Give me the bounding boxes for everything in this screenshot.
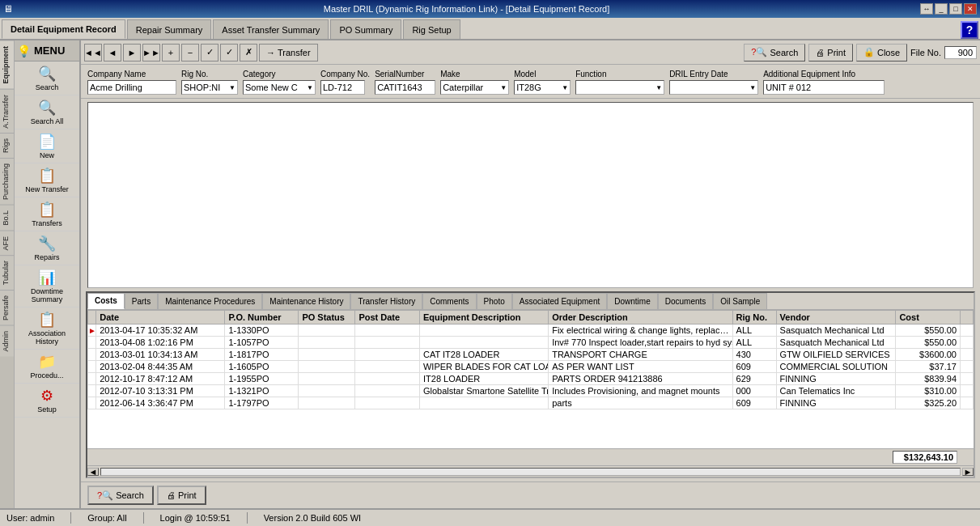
window-controls[interactable]: ↔ _ □ ✕ bbox=[920, 3, 977, 15]
model-select[interactable]: IT28G ▼ bbox=[514, 80, 571, 95]
tab-maint-history[interactable]: Maintenance History bbox=[262, 293, 350, 309]
col-header-status[interactable]: PO Status bbox=[299, 310, 355, 324]
dril-date-select[interactable]: ▼ bbox=[669, 80, 758, 95]
tab-parts[interactable]: Parts bbox=[125, 293, 158, 309]
function-select[interactable]: ▼ bbox=[575, 80, 664, 95]
table-row[interactable]: 2012-07-10 3:13:31 PM 1-1321PO Globalsta… bbox=[88, 384, 974, 397]
addl-info-input[interactable] bbox=[763, 80, 885, 95]
table-row[interactable]: 2012-06-14 3:36:47 PM 1-1797PO parts 609… bbox=[88, 397, 974, 409]
close-toolbar-btn[interactable]: 🔒 Close bbox=[856, 44, 907, 62]
tab-maint-procedures[interactable]: Maintenance Procedures bbox=[158, 293, 262, 309]
category-select[interactable]: Some New C ▼ bbox=[243, 80, 316, 95]
sidebar-item-search[interactable]: 🔍 Search bbox=[15, 62, 79, 95]
col-header-date[interactable]: Date bbox=[96, 310, 225, 324]
nav-prev-btn[interactable]: ◄ bbox=[104, 44, 121, 62]
sidebar-item-downtime[interactable]: 📊 Downtime Summary bbox=[15, 265, 79, 308]
table-row[interactable]: ► 2013-04-17 10:35:32 AM 1-1330PO Fix el… bbox=[88, 324, 974, 336]
sidebar-item-setup[interactable]: ⚙ Setup bbox=[15, 384, 79, 418]
scroll-right-btn[interactable]: ► bbox=[962, 468, 974, 476]
cell-rig: 430 bbox=[732, 348, 776, 360]
cell-equip bbox=[419, 397, 548, 409]
vert-tab-rigs[interactable]: Rigs bbox=[0, 133, 14, 158]
nav-first-btn[interactable]: ◄◄ bbox=[84, 44, 102, 62]
make-select[interactable]: Caterpillar ▼ bbox=[440, 80, 509, 95]
table-row[interactable]: 2013-02-04 8:44:35 AM 1-1605PO WIPER BLA… bbox=[88, 360, 974, 372]
cancel-btn[interactable]: ✗ bbox=[240, 44, 257, 62]
tab-po-summary[interactable]: PO Summary bbox=[330, 19, 401, 39]
vert-tab-purchasing[interactable]: Purchasing bbox=[0, 158, 14, 205]
help-button[interactable]: ? bbox=[961, 21, 978, 39]
sidebar-item-new-transfer[interactable]: 📋 New Transfer bbox=[15, 163, 79, 197]
tab-asset-transfer[interactable]: Asset Transfer Summary bbox=[213, 19, 329, 39]
rig-no-select[interactable]: SHOP:NI ▼ bbox=[181, 80, 238, 95]
vert-tab-bol[interactable]: Bo.L bbox=[0, 205, 14, 231]
bottom-print-btn[interactable]: 🖨 Print bbox=[157, 486, 206, 505]
close-window-btn[interactable]: ✕ bbox=[964, 3, 977, 15]
cell-status bbox=[299, 348, 355, 360]
transfer-btn[interactable]: → Transfer bbox=[259, 44, 318, 62]
cell-date: 2013-03-01 10:34:13 AM bbox=[96, 348, 225, 360]
serial-input[interactable] bbox=[375, 80, 435, 95]
table-row[interactable]: 2013-03-01 10:34:13 AM 1-1817PO CAT IT28… bbox=[88, 348, 974, 360]
search-btn-label: Search bbox=[770, 48, 798, 57]
maximize-btn[interactable]: □ bbox=[949, 3, 962, 15]
col-header-equip[interactable]: Equipment Description bbox=[419, 310, 548, 324]
tab-photo[interactable]: Photo bbox=[477, 293, 512, 309]
menu-icon: 💡 bbox=[17, 45, 31, 57]
tab-repair-summary[interactable]: Repair Summary bbox=[127, 19, 212, 39]
bottom-section: Costs Parts Maintenance Procedures Maint… bbox=[86, 291, 975, 479]
tab-comments[interactable]: Comments bbox=[422, 293, 476, 309]
sidebar-item-assoc-history[interactable]: 📋 Association History bbox=[15, 308, 79, 350]
col-header-po[interactable]: P.O. Number bbox=[225, 310, 299, 324]
print-toolbar-btn[interactable]: 🖨 Print bbox=[808, 44, 853, 62]
scroll-track[interactable] bbox=[100, 468, 961, 476]
nav-last-btn[interactable]: ►► bbox=[142, 44, 160, 62]
sidebar: Equipment A.Transfer Rigs Purchasing Bo.… bbox=[0, 40, 81, 508]
bottom-search-btn[interactable]: ?🔍 Search bbox=[87, 486, 154, 505]
vert-tab-afe[interactable]: AFE bbox=[0, 231, 14, 256]
sidebar-item-search-all[interactable]: 🔍 Search All bbox=[15, 95, 79, 129]
vert-tab-tubular[interactable]: Tubular bbox=[0, 255, 14, 290]
bottom-tab-bar: Costs Parts Maintenance Procedures Maint… bbox=[87, 293, 974, 310]
col-header-vendor[interactable]: Vendor bbox=[776, 310, 896, 324]
minimize-btn[interactable]: _ bbox=[935, 3, 948, 15]
resize-btn[interactable]: ↔ bbox=[920, 3, 933, 15]
sidebar-procedures-label: Procedu... bbox=[30, 371, 63, 380]
sidebar-item-procedures[interactable]: 📁 Procedu... bbox=[15, 350, 79, 384]
vert-tab-atransfer[interactable]: A.Transfer bbox=[0, 89, 14, 134]
sidebar-item-new[interactable]: 📄 New bbox=[15, 129, 79, 163]
sidebar-item-repairs[interactable]: 🔧 Repairs bbox=[15, 231, 79, 265]
vert-tab-admin[interactable]: Admin bbox=[0, 325, 14, 357]
cell-date: 2013-02-04 8:44:35 AM bbox=[96, 360, 225, 372]
tab-detail-equipment[interactable]: Detail Equipment Record bbox=[2, 19, 125, 39]
check-btn1[interactable]: ✓ bbox=[201, 44, 218, 62]
search-toolbar-btn[interactable]: ?🔍 Search bbox=[744, 44, 805, 62]
horizontal-scrollbar[interactable]: ◄ ► bbox=[87, 465, 974, 477]
col-header-order[interactable]: Order Description bbox=[549, 310, 732, 324]
status-user: User: admin bbox=[6, 513, 54, 523]
cell-date: 2012-06-14 3:36:47 PM bbox=[96, 397, 225, 409]
col-header-cost[interactable]: Cost bbox=[896, 310, 961, 324]
nav-next-btn[interactable]: ► bbox=[123, 44, 141, 62]
vert-tab-persafe[interactable]: Persafe bbox=[0, 290, 14, 325]
table-row[interactable]: 2013-04-08 1:02:16 PM 1-1057PO Inv# 770 … bbox=[88, 336, 974, 348]
tab-rig-setup[interactable]: Rig Setup bbox=[403, 19, 460, 39]
tab-oil-sample[interactable]: Oil Sample bbox=[713, 293, 767, 309]
tab-documents[interactable]: Documents bbox=[658, 293, 714, 309]
table-row[interactable]: 2012-10-17 8:47:12 AM 1-1955PO IT28 LOAD… bbox=[88, 372, 974, 384]
sidebar-item-transfers[interactable]: 📋 Transfers bbox=[15, 197, 79, 231]
add-btn[interactable]: + bbox=[162, 44, 180, 62]
tab-transfer-history[interactable]: Transfer History bbox=[350, 293, 422, 309]
equipment-detail-area bbox=[87, 102, 974, 288]
company-no-input[interactable] bbox=[320, 80, 365, 95]
check-btn2[interactable]: ✓ bbox=[220, 44, 238, 62]
tab-costs[interactable]: Costs bbox=[87, 293, 125, 309]
scroll-left-btn[interactable]: ◄ bbox=[87, 468, 99, 476]
tab-downtime[interactable]: Downtime bbox=[607, 293, 657, 309]
vert-tab-equipment[interactable]: Equipment bbox=[0, 40, 14, 89]
tab-assoc-equip[interactable]: Associated Equipment bbox=[512, 293, 608, 309]
col-header-postdate[interactable]: Post Date bbox=[355, 310, 420, 324]
col-header-rig[interactable]: Rig No. bbox=[732, 310, 776, 324]
company-name-input[interactable] bbox=[87, 80, 176, 95]
remove-btn[interactable]: − bbox=[181, 44, 199, 62]
